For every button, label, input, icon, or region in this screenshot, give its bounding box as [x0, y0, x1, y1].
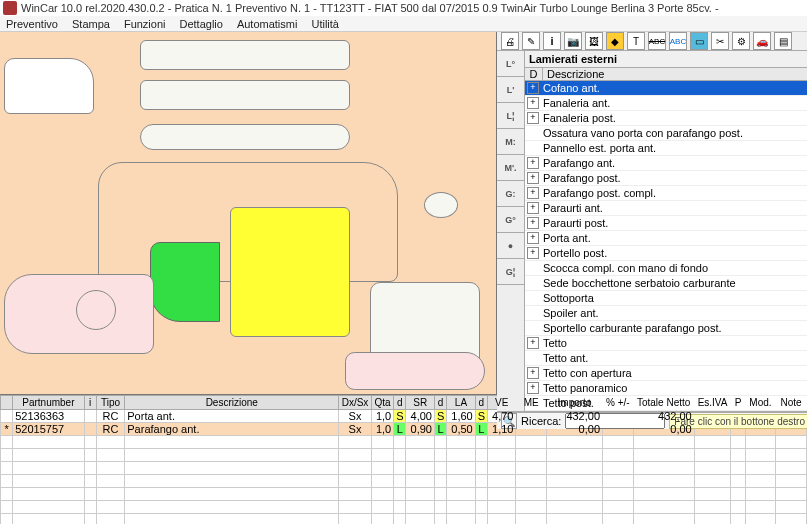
grid-cell[interactable]	[447, 462, 476, 475]
grid-cell[interactable]	[406, 514, 435, 525]
grid-cell[interactable]	[516, 436, 547, 449]
gear-icon[interactable]: ⚙	[732, 32, 750, 50]
text-icon[interactable]: T	[627, 32, 645, 50]
grid-cell[interactable]	[547, 436, 603, 449]
grid-cell[interactable]	[434, 475, 446, 488]
grid-cell[interactable]	[125, 436, 339, 449]
grid-cell[interactable]	[475, 488, 487, 501]
grid-cell[interactable]: 0,90	[406, 423, 435, 436]
grid-cell[interactable]	[1, 488, 13, 501]
grid-cell[interactable]	[731, 462, 745, 475]
grid-cell[interactable]	[516, 501, 547, 514]
expand-icon[interactable]: +	[527, 97, 539, 109]
grid-cell[interactable]	[394, 488, 406, 501]
grid-cell[interactable]	[447, 488, 476, 501]
grid-cell[interactable]	[1, 449, 13, 462]
grid-cell[interactable]	[475, 501, 487, 514]
grid-cell[interactable]	[447, 514, 476, 525]
grid-cell[interactable]	[547, 449, 603, 462]
grid-cell[interactable]	[84, 410, 96, 423]
grid-cell[interactable]	[694, 514, 731, 525]
tree-item[interactable]: Sottoporta	[525, 291, 807, 306]
tree-item[interactable]: Ossatura vano porta con parafango post.	[525, 126, 807, 141]
grid-cell[interactable]	[547, 475, 603, 488]
grid-cell[interactable]	[516, 449, 547, 462]
grid-cell[interactable]	[776, 462, 807, 475]
grid-cell[interactable]	[603, 475, 634, 488]
warning-icon[interactable]: ◆	[606, 32, 624, 50]
grid-cell[interactable]: L	[475, 423, 487, 436]
grid-cell[interactable]	[96, 436, 125, 449]
menu-dettaglio[interactable]: Dettaglio	[179, 18, 222, 30]
grid-header[interactable]: Qta	[371, 396, 393, 410]
scissors-icon[interactable]: ✂	[711, 32, 729, 50]
tree-item[interactable]: +Fanaleria ant.	[525, 96, 807, 111]
grid-cell[interactable]: 4,70	[487, 410, 516, 423]
grid-cell[interactable]	[516, 462, 547, 475]
grid-cell[interactable]	[731, 436, 745, 449]
grid-cell[interactable]	[487, 501, 516, 514]
grid-cell[interactable]	[339, 462, 372, 475]
tree-item[interactable]: +Parafango post. compl.	[525, 186, 807, 201]
grid-header[interactable]: LA	[447, 396, 476, 410]
tree-item[interactable]: Sportello carburante parafango post.	[525, 321, 807, 336]
grid-header[interactable]	[1, 396, 13, 410]
grid-cell[interactable]	[603, 514, 634, 525]
grid-cell[interactable]	[406, 475, 435, 488]
grid-cell[interactable]	[447, 475, 476, 488]
grid-cell[interactable]: L	[394, 423, 406, 436]
grid-cell[interactable]	[84, 475, 96, 488]
grid-cell[interactable]	[339, 475, 372, 488]
grid-cell[interactable]	[776, 488, 807, 501]
grid-cell[interactable]	[339, 488, 372, 501]
grid-cell[interactable]	[406, 488, 435, 501]
sheet-icon[interactable]: ▤	[774, 32, 792, 50]
part-foglamp[interactable]	[76, 290, 116, 330]
grid-cell[interactable]	[434, 514, 446, 525]
bold-icon[interactable]: i	[543, 32, 561, 50]
grid-cell[interactable]	[96, 514, 125, 525]
grid-cell[interactable]	[13, 488, 84, 501]
grid-cell[interactable]	[603, 449, 634, 462]
tree-item[interactable]: +Fanaleria post.	[525, 111, 807, 126]
grid-cell[interactable]	[434, 436, 446, 449]
grid-cell[interactable]	[96, 501, 125, 514]
items-grid[interactable]: PartnumberiTipoDescrizioneDx/SxQtadSRdLA…	[0, 394, 807, 524]
menu-preventivo[interactable]: Preventivo	[6, 18, 58, 30]
grid-cell[interactable]: 1,0	[371, 410, 393, 423]
grid-cell[interactable]	[731, 514, 745, 525]
grid-cell[interactable]	[731, 488, 745, 501]
grid-cell[interactable]	[694, 501, 731, 514]
grid-cell[interactable]	[371, 475, 393, 488]
grid-cell[interactable]	[434, 501, 446, 514]
grid-header[interactable]: % +/-	[603, 396, 634, 410]
grid-cell[interactable]	[84, 514, 96, 525]
grid-header[interactable]: Note	[776, 396, 807, 410]
grid-cell[interactable]	[731, 475, 745, 488]
grid-cell[interactable]	[633, 462, 694, 475]
pencil-icon[interactable]: ✎	[522, 32, 540, 50]
grid-cell[interactable]	[487, 488, 516, 501]
tree-item[interactable]: +Tetto panoramico	[525, 381, 807, 396]
tree-item[interactable]: Spoiler ant.	[525, 306, 807, 321]
camera-icon[interactable]: 📷	[564, 32, 582, 50]
grid-cell[interactable]	[475, 462, 487, 475]
grid-cell[interactable]	[406, 501, 435, 514]
grid-cell[interactable]	[745, 462, 776, 475]
sidetab-6[interactable]: G°	[497, 207, 524, 233]
grid-cell[interactable]	[745, 449, 776, 462]
grid-cell[interactable]	[125, 449, 339, 462]
grid-header[interactable]: d	[475, 396, 487, 410]
grid-cell[interactable]: 1,0	[371, 423, 393, 436]
grid-cell[interactable]	[447, 501, 476, 514]
tree-item[interactable]: +Tetto con apertura	[525, 366, 807, 381]
grid-cell[interactable]	[339, 501, 372, 514]
expand-icon[interactable]: +	[527, 337, 539, 349]
grid-cell[interactable]	[731, 449, 745, 462]
tree-item[interactable]: Tetto ant.	[525, 351, 807, 366]
grid-cell[interactable]	[694, 462, 731, 475]
tree-item[interactable]: +Paraurti post.	[525, 216, 807, 231]
grid-cell[interactable]	[394, 501, 406, 514]
grid-cell[interactable]: Porta ant.	[125, 410, 339, 423]
parts-tree[interactable]: Lamierati esterni D Descrizione +Cofano …	[525, 51, 807, 411]
